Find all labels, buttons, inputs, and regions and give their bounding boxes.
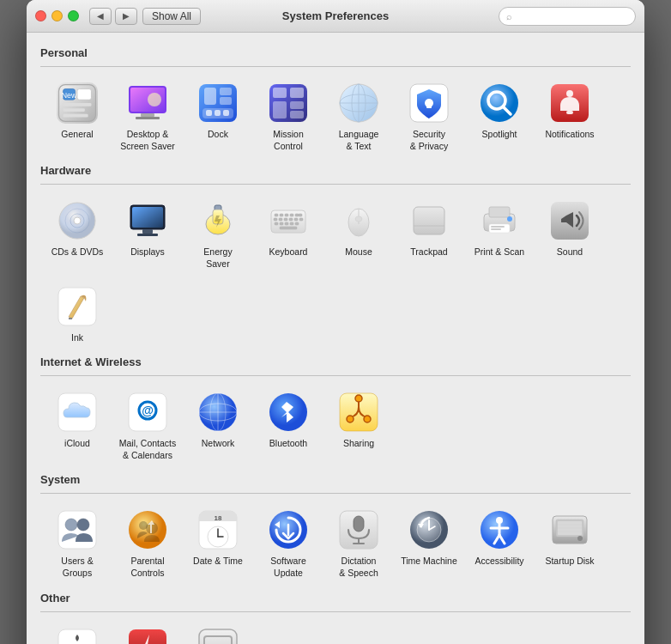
icloud-label: iCloud	[64, 438, 90, 450]
section-title-system: System	[40, 473, 631, 486]
pref-dock[interactable]: Dock	[184, 76, 251, 157]
minimize-button[interactable]	[51, 10, 63, 21]
svg-rect-61	[289, 218, 293, 221]
svg-point-11	[148, 93, 161, 106]
svg-rect-67	[290, 222, 293, 225]
pref-network[interactable]: Network	[184, 385, 251, 466]
svg-rect-24	[290, 101, 304, 109]
svg-rect-58	[274, 218, 277, 221]
pref-energy-saver[interactable]: EnergySaver	[184, 193, 251, 275]
sharing-icon-wrap	[336, 390, 381, 434]
software-update-icon-wrap	[266, 507, 311, 552]
pref-date-time[interactable]: 18 Date & Time	[184, 502, 251, 584]
pref-software-update[interactable]: SoftwareUpdate	[255, 502, 322, 584]
users-groups-icon	[57, 509, 98, 550]
section-title-personal: Personal	[40, 46, 631, 59]
pref-mouse[interactable]: Mouse	[325, 193, 392, 275]
startup-disk-icon	[549, 509, 590, 550]
users-groups-icon-wrap	[55, 507, 100, 552]
pref-displays[interactable]: Displays	[114, 193, 181, 275]
startup-disk-icon-wrap	[547, 507, 592, 552]
maximize-button[interactable]	[68, 10, 79, 21]
svg-text:@: @	[142, 404, 154, 417]
keyboard-icon	[268, 200, 309, 241]
pref-sharing[interactable]: Sharing	[325, 385, 392, 466]
print-scan-icon-wrap	[477, 198, 522, 243]
forward-button[interactable]: ▶	[115, 8, 137, 25]
pref-notifications[interactable]: Notifications	[536, 76, 603, 157]
pref-icloud[interactable]: iCloud	[44, 385, 111, 466]
pref-desktop-screensaver[interactable]: Desktop &Screen Saver	[114, 76, 181, 157]
pref-language-text[interactable]: Language& Text	[325, 76, 392, 157]
security-privacy-label: Security& Privacy	[410, 129, 448, 152]
pref-bluetooth[interactable]: Bluetooth	[255, 385, 322, 466]
internet-grid: iCloud @ Mail, Contacts& Calendars	[40, 385, 631, 466]
mouse-icon	[338, 200, 379, 241]
svg-point-97	[347, 416, 354, 422]
search-box[interactable]: ⌕	[499, 7, 636, 26]
svg-point-72	[355, 216, 362, 222]
displays-label: Displays	[130, 246, 165, 258]
svg-point-38	[566, 90, 573, 97]
spotlight-icon	[479, 82, 520, 124]
divider-hardware	[40, 184, 631, 185]
security-privacy-icon-wrap	[407, 81, 451, 125]
window-title: System Preferences	[282, 9, 389, 22]
pref-dictation-speech[interactable]: Dictation& Speech	[325, 502, 392, 584]
pref-print-scan[interactable]: Print & Scan	[466, 193, 533, 275]
svg-rect-17	[204, 88, 216, 105]
pref-apple-qmaster[interactable]: ✳ AppleQmaster	[44, 621, 111, 644]
pref-ink[interactable]: Ink	[44, 279, 111, 349]
date-time-label: Date & Time	[193, 556, 243, 568]
pref-parental-controls[interactable]: ParentalControls	[114, 502, 181, 584]
users-groups-label: Users &Groups	[61, 556, 93, 579]
startup-disk-label: Startup Disk	[545, 556, 594, 568]
show-all-button[interactable]: Show All	[142, 8, 201, 25]
language-text-label: Language& Text	[339, 129, 379, 152]
nav-buttons: ◀ ▶	[89, 8, 137, 25]
pref-trackpad[interactable]: Trackpad	[396, 193, 462, 275]
pref-cds-dvds[interactable]: CDs & DVDs	[44, 193, 111, 275]
trackpad-label: Trackpad	[410, 246, 447, 258]
system-grid: Users &Groups Pare	[40, 502, 631, 584]
pref-fuse-osx[interactable]: FUSE FUSE for OS X	[184, 621, 251, 644]
pref-flash-player[interactable]: Flash Player	[114, 621, 181, 644]
keyboard-icon-wrap	[266, 198, 311, 243]
svg-point-101	[77, 519, 89, 531]
ink-label: Ink	[71, 332, 83, 344]
flash-player-icon	[127, 628, 168, 644]
network-label: Network	[202, 438, 235, 450]
pref-general[interactable]: New General	[44, 76, 111, 157]
close-button[interactable]	[35, 10, 46, 21]
search-icon: ⌕	[506, 11, 512, 21]
pref-mission-control[interactable]: MissionControl	[255, 76, 322, 157]
svg-rect-9	[141, 113, 154, 117]
pref-spotlight[interactable]: Spotlight	[466, 76, 533, 157]
pref-accessibility[interactable]: Accessibility	[466, 502, 533, 584]
pref-mail-contacts[interactable]: @ Mail, Contacts& Calendars	[114, 385, 181, 466]
energy-saver-icon	[197, 200, 239, 241]
security-privacy-icon	[408, 82, 450, 124]
pref-startup-disk[interactable]: Startup Disk	[536, 502, 603, 584]
search-input[interactable]	[515, 10, 628, 22]
svg-rect-57	[299, 214, 302, 216]
ink-icon	[57, 286, 98, 327]
keyboard-label: Keyboard	[269, 246, 308, 258]
svg-rect-52	[275, 214, 278, 216]
svg-point-100	[65, 519, 77, 531]
pref-security-privacy[interactable]: Security& Privacy	[396, 76, 462, 157]
other-grid: ✳ AppleQmaster Flash Player	[40, 621, 631, 644]
trackpad-icon-wrap	[407, 198, 451, 243]
svg-rect-18	[220, 88, 232, 95]
sound-icon-wrap	[547, 198, 592, 243]
mission-control-icon-wrap	[266, 81, 311, 125]
pref-sound[interactable]: Sound	[536, 193, 603, 275]
personal-grid: New General	[40, 76, 631, 157]
dock-label: Dock	[208, 129, 228, 141]
pref-users-groups[interactable]: Users &Groups	[44, 502, 111, 584]
back-button[interactable]: ◀	[89, 8, 112, 25]
section-internet-wireless: Internet & Wireless iCloud	[40, 355, 631, 466]
pref-time-machine[interactable]: Time Machine	[396, 502, 462, 584]
pref-keyboard[interactable]: Keyboard	[255, 193, 322, 275]
parental-controls-icon	[127, 509, 168, 550]
